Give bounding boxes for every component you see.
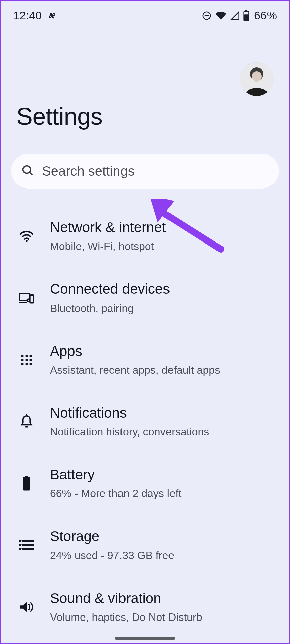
wifi-icon <box>215 11 227 20</box>
status-right: 66% <box>202 9 277 22</box>
search-icon <box>21 164 34 178</box>
battery-icon <box>243 10 249 21</box>
svg-point-21 <box>25 359 28 361</box>
volume-icon <box>16 600 37 614</box>
svg-point-25 <box>29 363 32 365</box>
status-bar: 12:40 <box>1 1 289 25</box>
gesture-bar[interactable] <box>115 637 175 640</box>
item-title: Storage <box>50 528 274 544</box>
item-title: Apps <box>50 343 274 359</box>
svg-line-11 <box>30 172 33 175</box>
svg-rect-5 <box>244 14 249 21</box>
battery-percent: 66% <box>254 9 277 22</box>
svg-point-24 <box>25 363 28 365</box>
settings-screen: 12:40 <box>0 0 290 644</box>
item-subtitle: Mobile, Wi-Fi, hotspot <box>50 239 274 253</box>
item-storage[interactable]: Storage 24% used - 97.33 GB free <box>1 514 289 576</box>
svg-point-19 <box>29 355 32 357</box>
do-not-disturb-icon <box>202 11 212 21</box>
cellular-signal-icon <box>230 11 240 20</box>
svg-point-12 <box>26 240 28 242</box>
svg-point-17 <box>21 355 23 357</box>
item-subtitle: Bluetooth, pairing <box>50 302 274 315</box>
svg-point-35 <box>21 548 22 550</box>
svg-point-22 <box>29 359 32 361</box>
item-subtitle: Assistant, recent apps, default apps <box>50 363 274 377</box>
search-container: Search settings <box>1 140 289 189</box>
item-notifications[interactable]: Notifications Notification history, conv… <box>1 391 289 452</box>
item-title: Sound & vibration <box>50 590 274 606</box>
svg-rect-29 <box>23 477 30 491</box>
svg-point-34 <box>21 544 22 546</box>
bell-icon <box>16 414 37 429</box>
svg-point-16 <box>27 299 29 301</box>
item-battery[interactable]: Battery 66% - More than 2 days left <box>1 452 289 514</box>
svg-point-23 <box>21 363 23 365</box>
item-title: Notifications <box>50 405 274 421</box>
svg-rect-28 <box>25 476 28 477</box>
item-connected-devices[interactable]: Connected devices Bluetooth, pairing <box>1 267 289 329</box>
devices-icon <box>16 292 37 304</box>
storage-icon <box>16 540 37 551</box>
item-subtitle: Volume, haptics, Do Not Disturb <box>50 610 274 624</box>
wifi-icon <box>16 230 37 242</box>
battery-icon <box>16 476 37 491</box>
settings-list: Network & internet Mobile, Wi-Fi, hotspo… <box>1 189 289 638</box>
svg-point-18 <box>25 355 28 357</box>
item-sound-vibration[interactable]: Sound & vibration Volume, haptics, Do No… <box>1 576 289 638</box>
header: Settings <box>1 25 289 140</box>
page-title: Settings <box>16 103 274 130</box>
apps-grid-icon <box>16 354 37 366</box>
item-subtitle: Notification history, conversations <box>50 425 274 438</box>
item-network-internet[interactable]: Network & internet Mobile, Wi-Fi, hotspo… <box>1 205 289 267</box>
svg-point-9 <box>252 73 261 82</box>
item-title: Network & internet <box>50 219 274 235</box>
item-title: Connected devices <box>50 281 274 297</box>
search-placeholder: Search settings <box>42 164 135 179</box>
svg-point-10 <box>23 166 31 173</box>
status-time: 12:40 <box>13 9 42 22</box>
svg-rect-15 <box>30 295 34 303</box>
item-subtitle: 24% used - 97.33 GB free <box>50 549 274 562</box>
pinwheel-icon <box>47 11 57 21</box>
search-input[interactable]: Search settings <box>11 154 279 189</box>
avatar[interactable] <box>240 62 274 96</box>
svg-point-20 <box>21 359 23 361</box>
item-apps[interactable]: Apps Assistant, recent apps, default app… <box>1 329 289 391</box>
status-left: 12:40 <box>13 9 57 22</box>
svg-point-33 <box>21 540 22 542</box>
item-title: Battery <box>50 467 274 483</box>
item-subtitle: 66% - More than 2 days left <box>50 487 274 500</box>
